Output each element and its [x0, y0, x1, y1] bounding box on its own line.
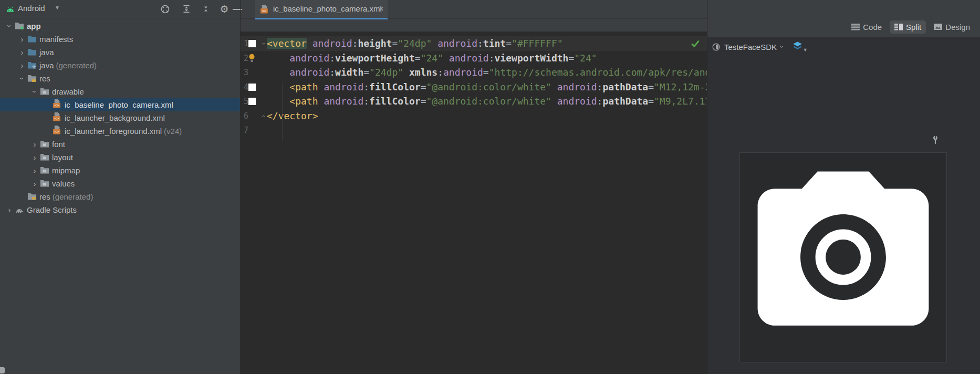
wrench-icon[interactable] — [931, 136, 940, 147]
chevron-collapsed-icon[interactable]: › — [17, 33, 27, 46]
project-tree: ›app›manifests›java›java(generated)›res›… — [0, 19, 240, 216]
folder-app-icon — [15, 20, 25, 33]
tree-item-label: app — [27, 19, 41, 33]
svg-text:<>: <> — [55, 103, 59, 108]
code-line-1[interactable]: 1›<vector android:height="24dp" android:… — [241, 36, 707, 51]
code-line-text: <path android:fillColor="@android:color/… — [267, 94, 707, 109]
line-number: 7 — [241, 123, 248, 138]
tree-item-res[interactable]: res(generated) — [0, 190, 240, 203]
tree-item-suffix: (generated) — [53, 190, 93, 203]
tree-item-suffix: (v24) — [164, 124, 182, 138]
svg-text:<>: <> — [55, 129, 59, 134]
photo-camera-preview — [741, 154, 946, 362]
code-line-7[interactable]: 7 — [241, 123, 707, 138]
tree-item-mipmap[interactable]: ›mipmap — [0, 164, 240, 177]
code-line-6[interactable]: 6‹</vector> — [241, 109, 707, 123]
hide-panel-icon[interactable]: — — [232, 3, 243, 15]
file-xml-icon: <> — [53, 112, 63, 125]
theme-circle-icon[interactable] — [712, 43, 721, 51]
intention-bulb-icon[interactable] — [247, 53, 256, 65]
tree-item-label: drawable — [52, 85, 84, 98]
code-view-icon — [851, 23, 860, 30]
design-view-icon — [934, 23, 942, 30]
layers-icon[interactable] — [791, 41, 804, 53]
tree-item-java[interactable]: ›java — [0, 46, 240, 59]
color-preview-swatch[interactable] — [248, 84, 256, 91]
chevron-down-icon[interactable]: › — [778, 46, 786, 48]
folder-dir-icon — [40, 138, 50, 151]
chevron-collapsed-icon[interactable]: › — [4, 203, 15, 216]
chevron-collapsed-icon[interactable]: › — [29, 164, 40, 177]
view-mode-label: Split — [906, 23, 921, 32]
code-line-4[interactable]: 4 <path android:fillColor="@android:colo… — [241, 80, 707, 95]
gradle-icon — [15, 204, 25, 217]
chevron-expanded-icon[interactable]: › — [4, 19, 15, 33]
scrollbar-thumb[interactable] — [0, 367, 5, 373]
tree-item-app[interactable]: ›app — [0, 19, 240, 33]
line-number: 4 — [241, 80, 248, 95]
code-line-text: </vector> — [267, 109, 707, 123]
code-line-text: android:viewportHeight="24" android:view… — [267, 51, 707, 66]
tree-item-java[interactable]: ›java(generated) — [0, 59, 240, 72]
line-number: 1 — [241, 36, 248, 51]
tree-item-ic-launcher-foreground-xml[interactable]: <>ic_launcher_foreground.xml(v24) — [0, 124, 240, 138]
code-line-3[interactable]: 3 android:width="24dp" xmlns:android="ht… — [241, 65, 707, 80]
tree-item-label: res — [39, 190, 50, 203]
svg-text:<>: <> — [262, 8, 267, 13]
inspections-ok-icon[interactable] — [691, 40, 700, 49]
tree-item-res[interactable]: ›res — [0, 72, 240, 85]
gear-icon[interactable]: ⚙ — [218, 3, 230, 15]
chevron-down-icon[interactable]: ▼ — [55, 5, 60, 11]
tree-item-label: manifests — [39, 33, 73, 46]
close-tab-icon[interactable]: × — [379, 4, 384, 14]
expand-all-icon[interactable] — [181, 3, 192, 15]
indent-guide — [282, 82, 283, 141]
line-number: 6 — [241, 109, 248, 123]
editor-tab[interactable]: <> ic_baseline_photo_camera.xml × — [255, 0, 388, 19]
tree-item-manifests[interactable]: ›manifests — [0, 33, 240, 46]
file-xml-icon: <> — [53, 99, 63, 112]
chevron-expanded-icon[interactable]: › — [17, 72, 27, 85]
android-studio-window: Android ▼ ⚙ — ›app›manifests›java›java(g… — [0, 0, 980, 374]
chevron-collapsed-icon[interactable]: › — [29, 177, 40, 190]
design-file-title[interactable]: TesteFaceSDK — [724, 43, 777, 51]
tree-item-values[interactable]: ›values — [0, 177, 240, 190]
tab-label: ic_baseline_photo_camera.xml — [273, 4, 382, 13]
design-config-header: TesteFaceSDK › ▼ — [712, 39, 809, 55]
tree-item-layout[interactable]: ›layout — [0, 151, 240, 164]
design-preview-panel: TesteFaceSDK › ▼ — [707, 37, 980, 374]
chevron-collapsed-icon[interactable]: › — [17, 46, 27, 59]
code-line-text: <path android:fillColor="@android:color/… — [267, 80, 707, 95]
fold-marker-up[interactable]: ‹ — [260, 109, 267, 123]
fold-marker-down[interactable]: › — [260, 36, 267, 51]
code-line-5[interactable]: 5 <path android:fillColor="@android:colo… — [241, 94, 707, 109]
design-view-button[interactable]: Design — [929, 20, 975, 34]
color-preview-swatch[interactable] — [248, 40, 256, 47]
locate-file-icon[interactable] — [159, 3, 171, 15]
tree-item-ic-launcher-background-xml[interactable]: <>ic_launcher_background.xml — [0, 111, 240, 124]
line-number: 3 — [241, 65, 248, 80]
code-editor[interactable]: 1›<vector android:height="24dp" android:… — [241, 32, 707, 374]
tree-item-label: ic_baseline_photo_camera.xml — [65, 98, 173, 111]
code-view-button[interactable]: Code — [847, 20, 887, 34]
tree-item-ic-baseline-photo-camera-xml[interactable]: <>ic_baseline_photo_camera.xml — [0, 98, 240, 111]
tree-item-label: Gradle Scripts — [27, 203, 77, 216]
chevron-expanded-icon[interactable]: › — [29, 85, 40, 98]
collapse-all-icon[interactable] — [200, 3, 212, 15]
code-line-text — [267, 123, 707, 138]
chevron-collapsed-icon[interactable]: › — [29, 138, 40, 151]
tree-item-suffix: (generated) — [56, 59, 97, 72]
design-canvas[interactable] — [739, 152, 947, 362]
active-tab-underline — [255, 18, 388, 19]
chevron-collapsed-icon[interactable]: › — [17, 59, 27, 72]
code-line-2[interactable]: 2 android:viewportHeight="24" android:vi… — [241, 51, 707, 66]
folder-dir-icon — [40, 178, 50, 191]
tree-item-font[interactable]: ›font — [0, 138, 240, 151]
project-view-selector[interactable]: Android — [18, 4, 45, 13]
split-view-button[interactable]: Split — [890, 20, 926, 34]
tree-item-gradle-scripts[interactable]: ›Gradle Scripts — [0, 203, 240, 216]
folder-dir-icon — [40, 86, 50, 99]
tree-item-drawable[interactable]: ›drawable — [0, 85, 240, 98]
color-preview-swatch[interactable] — [248, 98, 256, 105]
chevron-collapsed-icon[interactable]: › — [29, 151, 40, 164]
